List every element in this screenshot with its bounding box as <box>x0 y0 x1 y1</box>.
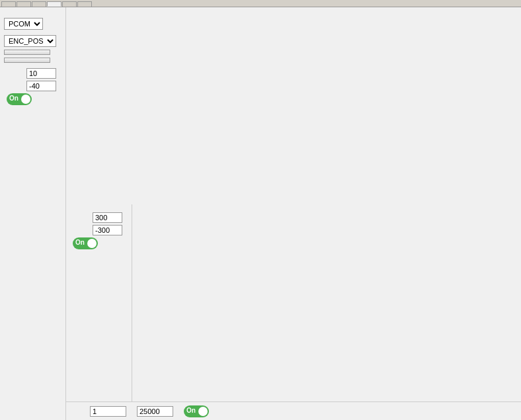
x-axis-range-bar: On <box>66 401 521 420</box>
y-axis-section-bottom: On <box>70 212 128 249</box>
input-dropdown-container: PCOM VCOM ICOM <box>4 18 61 30</box>
output-select[interactable]: ENC_POS VCOM <box>4 35 56 47</box>
left-panel: PCOM VCOM ICOM ENC_POS VCOM <box>0 7 66 420</box>
output-dropdown-container: ENC_POS VCOM <box>4 35 61 47</box>
min-input-top[interactable] <box>26 81 56 91</box>
auto-toggle-bottom-container: On <box>70 237 128 249</box>
bottom-left-panel: On <box>66 204 132 401</box>
input-select[interactable]: PCOM VCOM ICOM <box>4 18 43 30</box>
tab-freq-spectrum[interactable] <box>32 1 46 7</box>
auto-toggle-top[interactable]: On <box>7 93 32 105</box>
max-row-bottom <box>70 212 128 223</box>
min-row-bottom <box>70 225 128 235</box>
tab-y-x[interactable] <box>17 1 31 7</box>
magnitude-chart <box>66 7 264 106</box>
auto-toggle-bottom[interactable]: On <box>73 237 98 249</box>
max-input-top[interactable] <box>26 68 56 79</box>
x-auto-toggle[interactable]: On <box>184 405 209 417</box>
phase-chart <box>132 204 331 304</box>
x-min-input[interactable] <box>90 406 126 417</box>
tab-bar <box>0 0 521 7</box>
bottom-section: On <box>66 204 521 401</box>
tab-y-time[interactable] <box>1 1 16 7</box>
charts-area: On <box>66 7 521 420</box>
bottom-chart-wrapper <box>132 204 521 401</box>
main-container: PCOM VCOM ICOM ENC_POS VCOM <box>0 0 521 420</box>
top-chart-container <box>66 7 521 204</box>
calculate-button[interactable] <box>4 50 50 55</box>
min-row-top <box>4 81 61 91</box>
clear-button[interactable] <box>4 58 50 63</box>
min-input-bottom[interactable] <box>93 225 122 235</box>
x-max-input[interactable] <box>137 406 173 417</box>
max-input-bottom[interactable] <box>93 212 122 223</box>
auto-toggle-top-container: On <box>4 93 61 105</box>
tab-realtime-frf[interactable] <box>62 1 77 7</box>
tab-freq-response[interactable] <box>47 1 61 7</box>
content-area: PCOM VCOM ICOM ENC_POS VCOM <box>0 7 521 420</box>
y-axis-section-top: On <box>4 68 61 105</box>
max-row-top <box>4 68 61 79</box>
tab-realtime-fft[interactable] <box>77 1 92 7</box>
